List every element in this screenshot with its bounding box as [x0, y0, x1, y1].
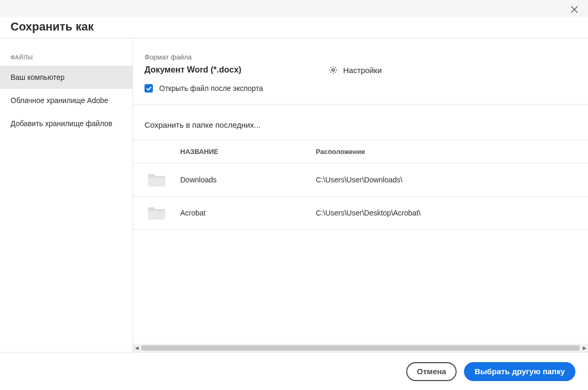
format-label: Формат файла — [145, 53, 576, 61]
format-value: Документ Word (*.docx) — [145, 65, 328, 75]
dialog-footer: Отмена Выбрать другую папку — [0, 352, 588, 390]
sidebar-item-label: Добавить хранилище файлов — [11, 119, 112, 128]
check-icon — [146, 86, 152, 91]
choose-other-folder-button[interactable]: Выбрать другую папку — [464, 362, 575, 381]
open-after-checkbox[interactable] — [145, 84, 153, 93]
titlebar-spacer — [0, 0, 588, 17]
folder-icon — [147, 172, 166, 188]
scroll-thumb[interactable] — [141, 345, 580, 351]
close-button[interactable] — [569, 4, 580, 15]
choose-other-label: Выбрать другую папку — [474, 367, 565, 376]
settings-label: Настройки — [343, 66, 382, 75]
folder-list-end — [133, 229, 588, 230]
folder-list-header: НАЗВАНИЕ Расположение — [133, 140, 588, 163]
folder-list: НАЗВАНИЕ Расположение Downloads C:\Users… — [133, 140, 588, 344]
folder-icon — [147, 205, 166, 221]
horizontal-scrollbar[interactable]: ◀ ▶ — [133, 344, 588, 352]
sidebar-section-label: ФАЙЛЫ — [0, 54, 132, 66]
close-icon — [570, 5, 579, 14]
open-after-label: Открыть файл после экспорта — [159, 84, 263, 93]
sidebar-item-label: Облачное хранилище Adobe — [11, 96, 108, 105]
sidebar-item-label: Ваш компьютер — [11, 73, 65, 81]
dialog-title: Сохранить как — [11, 20, 94, 34]
column-header-location[interactable]: Расположение — [316, 148, 588, 156]
gear-icon — [328, 65, 338, 75]
main-panel: Формат файла Документ Word (*.docx) Наст… — [133, 38, 588, 352]
folder-name: Acrobat — [180, 209, 316, 217]
folder-name: Downloads — [180, 176, 316, 184]
cancel-button[interactable]: Отмена — [406, 362, 457, 381]
recent-folders-label: Сохранить в папке последних... — [133, 105, 588, 140]
dialog-body: ФАЙЛЫ Ваш компьютер Облачное хранилище A… — [0, 38, 588, 352]
scroll-left-arrow[interactable]: ◀ — [133, 345, 140, 351]
dialog-header: Сохранить как — [0, 17, 588, 38]
folder-row[interactable]: Acrobat C:\Users\User\Desktop\Acrobat\ — [133, 196, 588, 229]
svg-point-0 — [332, 69, 335, 71]
settings-button[interactable]: Настройки — [328, 65, 382, 75]
sidebar-item-adobe-cloud[interactable]: Облачное хранилище Adobe — [0, 89, 132, 112]
sidebar-item-add-storage[interactable]: Добавить хранилище файлов — [0, 112, 132, 135]
format-block: Формат файла Документ Word (*.docx) Наст… — [133, 38, 588, 104]
cancel-label: Отмена — [417, 367, 446, 376]
folder-location: C:\Users\User\Desktop\Acrobat\ — [316, 209, 588, 217]
sidebar-item-your-computer[interactable]: Ваш компьютер — [0, 66, 132, 89]
sidebar: ФАЙЛЫ Ваш компьютер Облачное хранилище A… — [0, 38, 132, 352]
folder-location: C:\Users\User\Downloads\ — [316, 176, 588, 184]
column-header-name[interactable]: НАЗВАНИЕ — [180, 148, 316, 156]
folder-row[interactable]: Downloads C:\Users\User\Downloads\ — [133, 163, 588, 196]
scroll-right-arrow[interactable]: ▶ — [581, 345, 588, 351]
open-after-row: Открыть файл после экспорта — [145, 84, 576, 93]
